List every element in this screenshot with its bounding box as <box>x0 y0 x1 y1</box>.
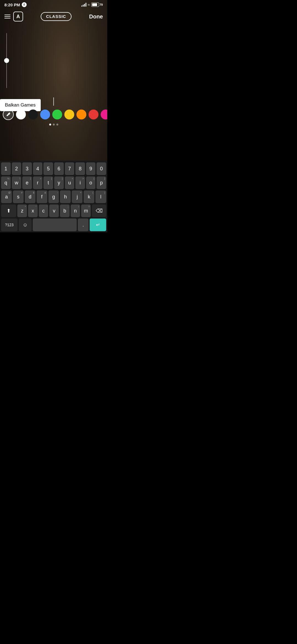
key-x[interactable]: "x <box>28 204 38 217</box>
slider-thumb[interactable] <box>4 58 9 63</box>
return-button[interactable]: ↵ <box>90 219 106 231</box>
color-blue[interactable] <box>40 110 50 119</box>
key-9[interactable]: 9 <box>86 162 96 175</box>
toolbar-left: A <box>4 12 23 21</box>
key-j[interactable]: +j <box>72 190 82 203</box>
space-button[interactable] <box>33 219 76 231</box>
color-picker-row <box>0 107 107 122</box>
key-c[interactable]: 'c <box>39 204 48 217</box>
key-0[interactable]: 0 <box>97 162 106 175</box>
key-p[interactable]: }p <box>97 176 106 189</box>
key-s[interactable]: #s <box>13 190 24 203</box>
color-orange[interactable] <box>76 110 86 119</box>
status-icons: ≈ 79 <box>81 2 103 7</box>
color-white[interactable] <box>16 110 26 119</box>
key-w[interactable]: \w <box>12 176 21 189</box>
bottom-row: ?123 ☺ . ↵ <box>1 219 106 231</box>
key-v[interactable]: :v <box>49 204 59 217</box>
pagination-dot-2 <box>53 124 55 125</box>
keyboard: 1 2 3 4 5 6 7 8 9 0 %q \w |e =r [t ]y <u… <box>0 161 107 232</box>
pagination-dots <box>0 124 107 125</box>
key-1[interactable]: 1 <box>1 162 11 175</box>
num-toggle-label: ?123 <box>5 223 13 227</box>
key-4[interactable]: 4 <box>33 162 43 175</box>
wifi-icon: ≈ <box>88 2 90 7</box>
hamburger-line-1 <box>4 15 10 15</box>
key-z[interactable]: *z <box>17 204 27 217</box>
key-h[interactable]: h <box>60 190 71 203</box>
font-button-label: A <box>16 14 20 20</box>
zxcv-row: ⬆ *z "x 'c :v ;b !n ?m ⌫ <box>1 204 106 217</box>
facebook-icon: f <box>22 2 27 7</box>
key-k[interactable]: (k <box>84 190 94 203</box>
color-red[interactable] <box>89 110 98 119</box>
key-5[interactable]: 5 <box>43 162 53 175</box>
slider-track <box>6 33 7 88</box>
eyedropper-button[interactable] <box>3 109 14 120</box>
return-icon: ↵ <box>96 222 100 228</box>
key-a[interactable]: @a <box>1 190 12 203</box>
battery-indicator: 79 <box>91 2 103 7</box>
pagination-dot-3 <box>56 124 58 125</box>
signal-icon <box>81 3 86 7</box>
color-black[interactable] <box>28 110 38 119</box>
color-green[interactable] <box>52 110 62 119</box>
key-y[interactable]: ]y <box>54 176 64 189</box>
done-button-label: Done <box>89 13 103 20</box>
menu-button[interactable] <box>4 15 10 18</box>
key-e[interactable]: |e <box>22 176 32 189</box>
status-time: 8:20 PM <box>4 2 20 7</box>
battery-level: 79 <box>100 3 103 6</box>
num-toggle-button[interactable]: ?123 <box>1 219 18 231</box>
eyedropper-icon <box>6 112 11 117</box>
qwerty-row: %q \w |e =r [t ]y <u >i {o }p <box>1 176 106 189</box>
key-8[interactable]: 8 <box>75 162 85 175</box>
key-6[interactable]: 6 <box>54 162 64 175</box>
key-q[interactable]: %q <box>1 176 11 189</box>
shift-button[interactable]: ⬆ <box>1 204 16 217</box>
key-t[interactable]: [t <box>43 176 53 189</box>
hamburger-line-3 <box>4 18 10 18</box>
emoji-icon: ☺ <box>23 222 28 228</box>
asdf-row: @a #s $d &f -g h +j (k )l <box>1 190 106 203</box>
key-u[interactable]: <u <box>65 176 75 189</box>
key-2[interactable]: 2 <box>12 162 21 175</box>
key-7[interactable]: 7 <box>65 162 75 175</box>
number-row: 1 2 3 4 5 6 7 8 9 0 <box>1 162 106 175</box>
key-i[interactable]: >i <box>75 176 85 189</box>
hamburger-line-2 <box>4 16 10 17</box>
key-r[interactable]: =r <box>33 176 43 189</box>
key-3[interactable]: 3 <box>22 162 32 175</box>
key-b[interactable]: ;b <box>60 204 70 217</box>
color-yellow[interactable] <box>64 110 74 119</box>
key-l[interactable]: )l <box>95 190 106 203</box>
text-cursor <box>53 97 54 106</box>
key-m[interactable]: ?m <box>81 204 91 217</box>
key-n[interactable]: !n <box>71 204 80 217</box>
emoji-button[interactable]: ☺ <box>19 219 32 231</box>
text-style-label: CLASSIC <box>46 14 66 19</box>
key-f[interactable]: &f <box>37 190 47 203</box>
backspace-button[interactable]: ⌫ <box>92 204 106 217</box>
color-pink[interactable] <box>101 110 107 119</box>
period-key[interactable]: . <box>78 219 89 231</box>
pagination-dot-1 <box>49 124 51 125</box>
font-style-button[interactable]: A <box>13 12 23 21</box>
top-toolbar: A CLASSIC Done <box>0 10 107 23</box>
text-style-pill[interactable]: CLASSIC <box>41 12 72 21</box>
key-o[interactable]: {o <box>86 176 96 189</box>
done-button[interactable]: Done <box>89 13 103 20</box>
status-bar: 8:20 PM f ≈ 79 <box>0 0 107 8</box>
key-d[interactable]: $d <box>25 190 35 203</box>
key-g[interactable]: -g <box>48 190 59 203</box>
size-slider[interactable] <box>3 33 10 94</box>
